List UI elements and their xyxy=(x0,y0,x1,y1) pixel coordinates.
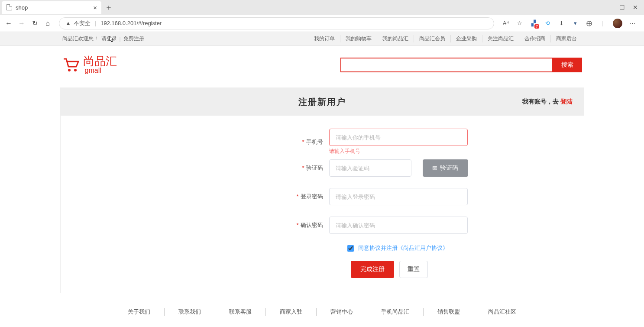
topbar-link-biz[interactable]: 企业采购 xyxy=(451,35,482,42)
mail-icon: ✉ xyxy=(432,165,437,172)
footer-link-contact[interactable]: 联系我们 xyxy=(165,308,215,316)
row-code: *验证码 ✉ 验证码 xyxy=(61,159,584,177)
extension-badge: 7 xyxy=(534,24,539,29)
row-password: *登录密码 xyxy=(61,188,584,205)
site-topbar: 尚品汇欢迎您！ 请登录 | 免费注册 我的订单 我的购物车 我的尚品汇 尚品汇会… xyxy=(0,32,644,46)
site-header: 尚品汇 gmall 搜索 xyxy=(62,46,582,87)
tab-title: shop xyxy=(16,4,28,11)
footer-link-service[interactable]: 联系客服 xyxy=(215,308,266,316)
svg-point-0 xyxy=(68,69,71,71)
back-button[interactable]: ← xyxy=(4,19,13,27)
topbar-link-member[interactable]: 尚品汇会员 xyxy=(414,35,451,42)
confirm-password-input[interactable] xyxy=(329,217,468,234)
phone-input[interactable] xyxy=(329,129,468,146)
send-code-button[interactable]: ✉ 验证码 xyxy=(423,159,468,177)
url-separator: | xyxy=(95,20,96,26)
footer-link-marketing[interactable]: 营销中心 xyxy=(317,308,367,316)
browser-chrome: shop × ＋ — ☐ ✕ ← → ↻ ⌂ ▲ 不安全 | 192.168.0… xyxy=(0,0,644,32)
extension-icon[interactable]: ▞7 xyxy=(530,19,537,27)
tab-bar: shop × ＋ — ☐ ✕ xyxy=(0,0,644,15)
free-register-link[interactable]: 免费注册 xyxy=(123,35,144,42)
profile-avatar[interactable] xyxy=(613,19,622,28)
label-password: 登录密码 xyxy=(301,193,323,200)
topbar-link-cart[interactable]: 我的购物车 xyxy=(340,35,377,42)
register-form: *手机号 请输入手机号 *验证码 ✉ 验证码 *登录 xyxy=(61,116,584,293)
logo-text-cn: 尚品汇 xyxy=(83,55,117,67)
reset-button[interactable]: 重置 xyxy=(399,261,428,278)
nav-bar: ← → ↻ ⌂ ▲ 不安全 | 192.168.0.201/#/register… xyxy=(0,15,644,32)
window-controls: — ☐ ✕ xyxy=(605,4,644,11)
label-code: 验证码 xyxy=(306,165,323,171)
topbar-link-partner[interactable]: 合作招商 xyxy=(519,35,551,42)
close-window-button[interactable]: ✕ xyxy=(633,4,638,11)
password-input[interactable] xyxy=(329,188,468,205)
maximize-button[interactable]: ☐ xyxy=(619,4,625,11)
footer-links: 关于我们 联系我们 联系客服 商家入驻 营销中心 手机尚品汇 销售联盟 尚品汇社… xyxy=(0,308,644,316)
cart-icon xyxy=(62,57,80,73)
footer-link-merchant[interactable]: 商家入驻 xyxy=(266,308,317,316)
url-text: 192.168.0.201/#/register xyxy=(100,20,162,26)
minimize-button[interactable]: — xyxy=(605,4,612,11)
read-aloud-icon[interactable]: A⁾⁾ xyxy=(502,19,510,27)
footer-link-about[interactable]: 关于我们 xyxy=(114,308,165,316)
topbar-left: 尚品汇欢迎您！ 请登录 | 免费注册 xyxy=(62,35,144,42)
topbar-right: 我的订单 我的购物车 我的尚品汇 尚品汇会员 企业采购 关注尚品汇 合作招商 商… xyxy=(309,35,582,42)
address-bar[interactable]: ▲ 不安全 | 192.168.0.201/#/register xyxy=(59,17,494,29)
page-icon xyxy=(6,4,12,10)
extensions-icon[interactable]: ⨁ xyxy=(585,19,593,27)
separator: | xyxy=(599,19,607,27)
search-button[interactable]: 搜索 xyxy=(553,58,582,72)
site-logo[interactable]: 尚品汇 gmall xyxy=(62,55,117,74)
label-confirm: 确认密码 xyxy=(301,222,323,228)
warning-icon: ▲ xyxy=(65,20,71,26)
refresh-button[interactable]: ↻ xyxy=(30,19,39,27)
footer-link-sales[interactable]: 销售联盟 xyxy=(424,308,474,316)
new-tab-button[interactable]: ＋ xyxy=(105,2,113,13)
search-input[interactable] xyxy=(340,58,553,72)
submit-button[interactable]: 完成注册 xyxy=(351,261,394,278)
search-box: 搜索 xyxy=(340,58,582,72)
topbar-link-mine[interactable]: 我的尚品汇 xyxy=(377,35,414,42)
register-header: 注册新用户 我有账号，去 登陆 xyxy=(61,88,584,116)
home-button[interactable]: ⌂ xyxy=(43,19,52,27)
topbar-link-orders[interactable]: 我的订单 xyxy=(309,35,340,42)
agree-row: 同意协议并注册《尚品汇用户协议》 xyxy=(347,244,584,252)
register-panel: 注册新用户 我有账号，去 登陆 *手机号 请输入手机号 *验证码 ✉ xyxy=(60,87,584,293)
topbar-link-merchant[interactable]: 商家后台 xyxy=(551,35,582,42)
more-menu-icon[interactable]: ⋯ xyxy=(628,19,636,27)
toolbar-icons: A⁾⁾ ☆ ▞7 ⟲ ⬇ ▾ ⨁ | ⋯ xyxy=(498,19,640,28)
transform-icon[interactable]: ⟲ xyxy=(544,19,551,27)
button-row: 完成注册 重置 xyxy=(351,261,584,278)
vue-devtools-icon[interactable]: ▾ xyxy=(571,19,579,27)
cursor-icon xyxy=(109,36,115,44)
have-account-label: 我有账号，去 xyxy=(522,98,560,105)
logo-text-en: gmall xyxy=(85,67,117,74)
row-confirm: *确认密码 xyxy=(61,217,584,234)
login-link[interactable]: 请登录 xyxy=(101,35,117,42)
agree-text[interactable]: 同意协议并注册《尚品汇用户协议》 xyxy=(358,244,448,252)
go-login-link[interactable]: 登陆 xyxy=(560,98,573,105)
svg-point-1 xyxy=(74,69,77,71)
welcome-text: 尚品汇欢迎您！ xyxy=(62,35,99,42)
not-secure-label: 不安全 xyxy=(74,19,91,27)
footer-link-mobile[interactable]: 手机尚品汇 xyxy=(367,308,424,316)
close-tab-icon[interactable]: × xyxy=(93,4,97,11)
have-account-tip: 我有账号，去 登陆 xyxy=(522,98,573,106)
agree-checkbox[interactable] xyxy=(347,245,354,252)
row-phone: *手机号 请输入手机号 xyxy=(61,129,584,155)
phone-error-msg: 请输入手机号 xyxy=(329,148,468,155)
register-title: 注册新用户 xyxy=(298,96,346,108)
topbar-link-follow[interactable]: 关注尚品汇 xyxy=(482,35,519,42)
code-input[interactable] xyxy=(329,159,411,177)
downloads-icon[interactable]: ⬇ xyxy=(557,19,565,27)
footer-link-community[interactable]: 尚品汇社区 xyxy=(474,308,530,316)
label-phone: 手机号 xyxy=(306,139,323,145)
browser-tab[interactable]: shop × xyxy=(2,1,101,14)
forward-button[interactable]: → xyxy=(17,19,26,27)
not-secure-warning: ▲ 不安全 xyxy=(65,19,91,27)
send-code-label: 验证码 xyxy=(440,164,458,172)
favorite-icon[interactable]: ☆ xyxy=(516,19,524,27)
separator: | xyxy=(120,36,121,42)
